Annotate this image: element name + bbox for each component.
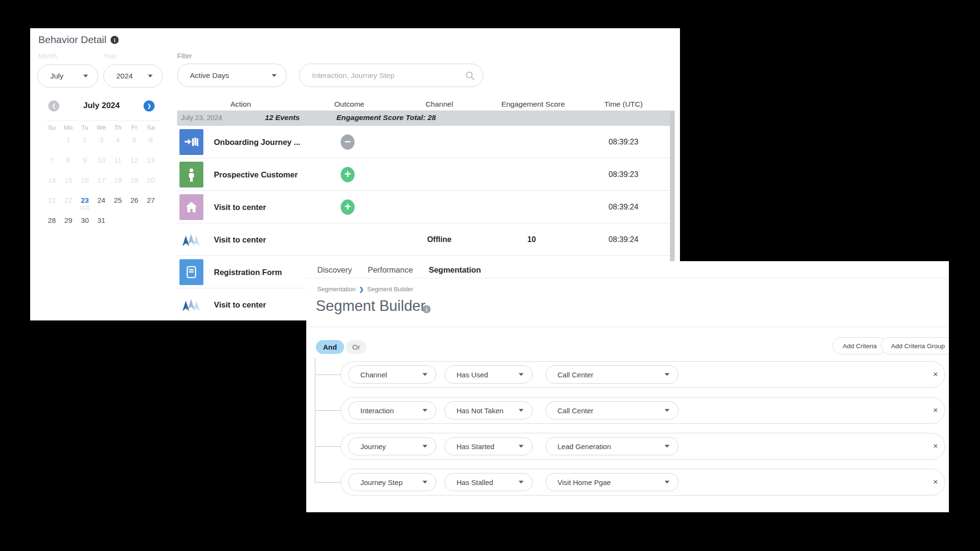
calendar-day[interactable]: 17 bbox=[93, 175, 110, 195]
criteria-operator-select[interactable]: Has Used bbox=[445, 365, 533, 384]
breadcrumb-segmentation[interactable]: Segmentation bbox=[317, 286, 356, 293]
chevron-down-icon bbox=[519, 481, 523, 484]
remove-criteria-button[interactable]: × bbox=[933, 406, 938, 415]
calendar-day[interactable]: 9 bbox=[77, 154, 93, 175]
chevron-right-icon: ❯ bbox=[359, 286, 364, 293]
chevron-down-icon bbox=[519, 373, 523, 376]
calendar-day[interactable]: 3 bbox=[93, 134, 110, 154]
calendar-day[interactable]: 4 bbox=[110, 134, 126, 154]
criteria-field-select[interactable]: Channel bbox=[348, 365, 436, 384]
criteria-operator-select[interactable]: Has Stalled bbox=[445, 473, 533, 491]
calendar-day[interactable]: 15 bbox=[60, 175, 77, 195]
calendar-day[interactable]: 12 bbox=[126, 154, 143, 175]
table-row[interactable]: Prospective Customer+08:39:23 bbox=[177, 158, 675, 191]
criteria-field-select[interactable]: Journey bbox=[348, 437, 436, 455]
weekday-label: Tu bbox=[77, 124, 93, 131]
chevron-down-icon bbox=[423, 409, 427, 412]
search-input[interactable] bbox=[312, 71, 465, 80]
desktop: { "colors": { "accent_blue": "#2b7cd3", … bbox=[0, 0, 980, 551]
filter-label: Filter bbox=[177, 52, 192, 60]
info-icon[interactable]: i bbox=[423, 305, 431, 313]
calendar-day bbox=[126, 215, 143, 235]
table-row[interactable]: Visit to center+08:39:24 bbox=[177, 191, 675, 223]
chevron-down-icon bbox=[148, 75, 153, 77]
calendar-day[interactable]: 7 bbox=[44, 154, 60, 175]
tab-bar: Discovery Performance Segmentation bbox=[317, 265, 481, 275]
criteria-value-select-value: Lead Generation bbox=[557, 442, 611, 451]
criteria-operator-select[interactable]: Has Started bbox=[445, 437, 533, 455]
remove-criteria-button[interactable]: × bbox=[933, 370, 938, 379]
logic-and-button[interactable]: And bbox=[316, 340, 344, 354]
calendar-day[interactable]: 30 bbox=[77, 215, 93, 235]
calendar-day[interactable]: 27 bbox=[143, 195, 159, 215]
remove-criteria-button[interactable]: × bbox=[933, 477, 938, 487]
year-select[interactable]: 2024 bbox=[103, 65, 163, 88]
criteria-branch-line bbox=[315, 375, 341, 375]
calendar-day[interactable]: 28 bbox=[44, 215, 60, 235]
calendar-day[interactable]: 22 bbox=[60, 195, 77, 215]
criteria-value-select[interactable]: Lead Generation bbox=[546, 437, 679, 455]
minus-circle-icon: − bbox=[341, 134, 355, 150]
calendar-day[interactable]: 5 bbox=[126, 134, 143, 154]
active-days-select[interactable]: Active Days bbox=[177, 64, 287, 87]
calendar-day[interactable]: 18 bbox=[110, 175, 126, 195]
calendar-day[interactable]: 21 bbox=[44, 195, 60, 215]
calendar-day[interactable]: 16 bbox=[77, 175, 93, 195]
criteria-field-select[interactable]: Journey Step bbox=[348, 473, 436, 491]
calendar-day[interactable]: 11 bbox=[110, 154, 126, 175]
chevron-down-icon bbox=[423, 481, 427, 484]
tab-performance[interactable]: Performance bbox=[368, 265, 412, 275]
calendar-day[interactable]: 10 bbox=[93, 154, 110, 175]
calendar-day[interactable]: 23(12) bbox=[77, 195, 93, 215]
tab-segmentation[interactable]: Segmentation bbox=[429, 265, 481, 275]
add-criteria-button[interactable]: Add Criteria bbox=[833, 337, 887, 354]
calendar-day[interactable]: 19 bbox=[126, 175, 143, 195]
calendar-day[interactable]: 1 bbox=[60, 134, 77, 154]
calendar-day[interactable]: 26 bbox=[126, 195, 143, 215]
weekday-label: Su bbox=[44, 124, 60, 131]
form-icon bbox=[179, 259, 203, 285]
chevron-down-icon bbox=[665, 445, 669, 448]
calendar-day[interactable]: 24 bbox=[93, 195, 110, 215]
summary-events: 12 Events bbox=[251, 113, 313, 122]
channel-value: Offline bbox=[427, 235, 452, 244]
calendar-day[interactable]: 2 bbox=[77, 134, 93, 154]
calendar-day[interactable]: 31 bbox=[93, 215, 110, 235]
chevron-down-icon bbox=[665, 409, 669, 412]
criteria-value-select[interactable]: Call Center bbox=[546, 401, 679, 419]
calendar-day[interactable]: 13 bbox=[143, 154, 159, 175]
chevron-down-icon bbox=[665, 373, 669, 376]
calendar-prev-button[interactable]: ❮ bbox=[48, 100, 59, 111]
calendar-next-button[interactable]: ❯ bbox=[144, 100, 155, 111]
search-box[interactable] bbox=[299, 64, 483, 87]
calendar-day[interactable]: 8 bbox=[60, 154, 77, 175]
summary-date: July 23, 2024 bbox=[181, 114, 222, 121]
calendar-day[interactable]: 25 bbox=[110, 195, 126, 215]
title-divider bbox=[306, 327, 949, 327]
criteria-value-select[interactable]: Visit Home Pgae bbox=[546, 473, 679, 491]
calendar-grid: 1234567891011121314151617181920212223(12… bbox=[44, 134, 159, 235]
logic-or-button[interactable]: Or bbox=[346, 340, 367, 354]
calendar-day[interactable]: 29 bbox=[60, 215, 77, 235]
table-row[interactable]: Visit to centerOffline1008:39:24 bbox=[177, 223, 675, 256]
calendar-day bbox=[110, 215, 126, 235]
weekday-label: Th bbox=[110, 124, 126, 131]
chevron-down-icon bbox=[519, 409, 523, 412]
add-criteria-group-button[interactable]: Add Criteria Group bbox=[881, 337, 949, 354]
day-summary-row[interactable]: July 23, 2024 12 Events Engagement Score… bbox=[177, 110, 675, 126]
remove-criteria-button[interactable]: × bbox=[933, 441, 938, 451]
month-select[interactable]: July bbox=[37, 65, 98, 88]
search-icon bbox=[465, 70, 475, 81]
time-value: 08:39:23 bbox=[609, 138, 638, 146]
criteria-value-select[interactable]: Call Center bbox=[546, 365, 679, 384]
criteria-value-select-value: Call Center bbox=[557, 407, 593, 415]
calendar-day[interactable]: 20 bbox=[143, 175, 159, 195]
info-icon[interactable]: i bbox=[111, 36, 119, 44]
tab-discovery[interactable]: Discovery bbox=[317, 265, 352, 275]
calendar-day[interactable]: 14 bbox=[44, 175, 60, 195]
calendar-day[interactable]: 6 bbox=[143, 134, 159, 154]
month-value: July bbox=[50, 72, 64, 80]
table-row[interactable]: Onboarding Journey ...−08:39:23 bbox=[177, 126, 675, 158]
criteria-operator-select[interactable]: Has Not Taken bbox=[445, 401, 533, 419]
criteria-field-select[interactable]: Interaction bbox=[348, 401, 436, 419]
